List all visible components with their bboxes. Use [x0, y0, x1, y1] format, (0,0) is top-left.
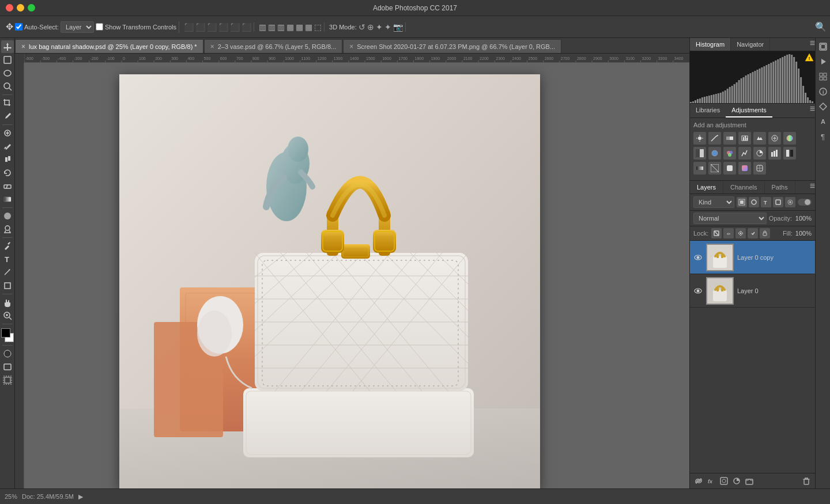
align-top-icon[interactable]: ⬛: [218, 22, 228, 32]
dist-center-v-icon[interactable]: ▦: [296, 22, 303, 32]
adj-color-balance-icon[interactable]: [783, 132, 796, 145]
blend-mode-select[interactable]: Normal Multiply Screen Overlay: [693, 213, 767, 224]
maximize-button[interactable]: [28, 4, 35, 12]
panel-toggle-paragraph[interactable]: ¶: [817, 130, 829, 143]
selection-tool-btn[interactable]: [1, 54, 14, 66]
libraries-tab[interactable]: Libraries: [690, 104, 726, 118]
filter-toggle[interactable]: [798, 199, 812, 206]
lock-artboard-icon[interactable]: [748, 228, 758, 238]
type-tool-btn[interactable]: T: [1, 253, 14, 266]
artboards-btn[interactable]: [1, 374, 14, 386]
move-tool-icon[interactable]: ✥: [6, 21, 13, 32]
opacity-value[interactable]: 100%: [794, 215, 812, 222]
move-tool-btn[interactable]: [1, 40, 14, 53]
dist-left-icon[interactable]: ▥: [259, 22, 266, 32]
layer-thumb-base[interactable]: [706, 277, 734, 305]
adj-photofilter-icon[interactable]: [708, 147, 721, 160]
adj-channelmix-icon[interactable]: [723, 147, 736, 160]
layer-visibility-base[interactable]: [693, 286, 703, 295]
path-select-btn[interactable]: [1, 266, 14, 279]
filter-shape-icon[interactable]: [773, 197, 783, 207]
adj-solidcolor-icon[interactable]: [723, 162, 736, 175]
channels-tab[interactable]: Channels: [723, 181, 764, 194]
filter-adjust-icon[interactable]: [749, 197, 759, 207]
brush-tool-btn[interactable]: [1, 140, 14, 153]
adj-vibrance-icon[interactable]: [753, 132, 766, 145]
tab-lux-bag[interactable]: × lux bag natural shadow.psd @ 25% (Laye…: [15, 39, 203, 53]
shape-tool-btn[interactable]: [1, 279, 14, 292]
3d-zoom-icon[interactable]: ✦: [376, 22, 383, 32]
dist-right-icon[interactable]: ▥: [277, 22, 285, 32]
adj-gradientmap-icon[interactable]: [693, 162, 706, 175]
tab-vase[interactable]: × 2–3 vase.psd @ 66.7% (Layer 5, RGB/8..…: [204, 39, 343, 53]
adj-bw-icon[interactable]: [693, 147, 706, 160]
dist-extra-icon[interactable]: ⬚: [314, 22, 322, 32]
kind-filter-select[interactable]: Kind: [693, 196, 734, 208]
histogram-panel-menu[interactable]: ≡: [810, 38, 815, 51]
layers-panel-menu[interactable]: ≡: [810, 181, 815, 194]
canvas-content[interactable]: [24, 63, 689, 488]
layer-group-icon[interactable]: [744, 476, 754, 486]
blur-btn[interactable]: [1, 210, 14, 222]
auto-select-type[interactable]: Layer: [61, 21, 94, 33]
dist-center-h-icon[interactable]: ▥: [268, 22, 276, 32]
auto-select-checkbox[interactable]: [15, 23, 22, 31]
layer-adj-icon[interactable]: [731, 476, 742, 486]
filter-smart-icon[interactable]: [785, 197, 795, 207]
clone-stamp-btn[interactable]: [1, 153, 14, 166]
histogram-tab[interactable]: Histogram: [690, 38, 731, 51]
healing-brush-btn[interactable]: [1, 127, 14, 139]
layer-link-icon[interactable]: [693, 476, 704, 486]
layer-visibility-copy[interactable]: [693, 253, 703, 262]
paths-tab[interactable]: Paths: [765, 181, 795, 194]
zoom-btn[interactable]: [1, 309, 14, 322]
adjustments-tab[interactable]: Adjustments: [726, 104, 772, 118]
quick-select-btn[interactable]: [1, 80, 14, 93]
align-center-h-icon[interactable]: ⬛: [195, 22, 205, 32]
adj-patternfill-icon[interactable]: [753, 162, 766, 175]
status-arrow[interactable]: ▶: [78, 493, 83, 501]
eraser-btn[interactable]: [1, 180, 14, 192]
align-right-icon[interactable]: ⬛: [207, 22, 217, 32]
adj-threshold-icon[interactable]: [783, 147, 796, 160]
align-center-v-icon[interactable]: ⬛: [230, 22, 240, 32]
screen-mode-btn[interactable]: [1, 361, 14, 373]
lasso-tool-btn[interactable]: [1, 67, 14, 79]
search-icon[interactable]: 🔍: [815, 21, 827, 32]
panel-toggle-grid[interactable]: [817, 70, 829, 83]
pen-tool-btn[interactable]: [1, 240, 14, 252]
close-button[interactable]: [6, 4, 13, 12]
adj-hsl-icon[interactable]: [768, 132, 781, 145]
filter-pixel-icon[interactable]: [737, 197, 747, 207]
dodge-btn[interactable]: [1, 223, 14, 236]
navigator-tab[interactable]: Navigator: [731, 38, 770, 51]
layer-item-copy[interactable]: Layer 0 copy: [690, 241, 815, 274]
align-bottom-icon[interactable]: ⬛: [242, 22, 251, 32]
quick-mask-btn[interactable]: [1, 347, 14, 360]
tab-screenshot[interactable]: × Screen Shot 2020-01-27 at 6.07.23 PM.p…: [343, 39, 561, 53]
layer-mask-icon[interactable]: [719, 476, 729, 486]
tab-close-2[interactable]: ×: [210, 43, 214, 51]
panel-toggle-play[interactable]: [817, 55, 829, 68]
crop-tool-btn[interactable]: [1, 97, 14, 109]
adj-colorlookup-icon[interactable]: [738, 147, 751, 160]
show-transform-checkbox[interactable]: [96, 23, 103, 31]
fill-value[interactable]: 100%: [794, 230, 812, 237]
lock-image-icon[interactable]: ✏: [723, 228, 734, 238]
canvas-image[interactable]: [119, 74, 540, 488]
panel-toggle-text[interactable]: A: [817, 115, 829, 128]
align-left-icon[interactable]: ⬛: [184, 22, 194, 32]
layer-fx-icon[interactable]: fx: [706, 476, 716, 486]
tab-close-1[interactable]: ×: [21, 43, 25, 51]
lock-all-icon[interactable]: [760, 228, 770, 238]
layer-thumb-copy[interactable]: [706, 244, 734, 271]
layer-delete-icon[interactable]: [801, 476, 812, 486]
hand-tool-btn[interactable]: [1, 296, 14, 309]
adj-brightness-icon[interactable]: [693, 132, 706, 145]
minimize-button[interactable]: [17, 4, 24, 12]
adj-invert-icon[interactable]: [753, 147, 766, 160]
adj-gradientfill-icon[interactable]: [738, 162, 751, 175]
lock-transparent-icon[interactable]: [711, 228, 722, 238]
layers-tab[interactable]: Layers: [690, 181, 723, 194]
adj-curves-icon[interactable]: [708, 132, 721, 145]
